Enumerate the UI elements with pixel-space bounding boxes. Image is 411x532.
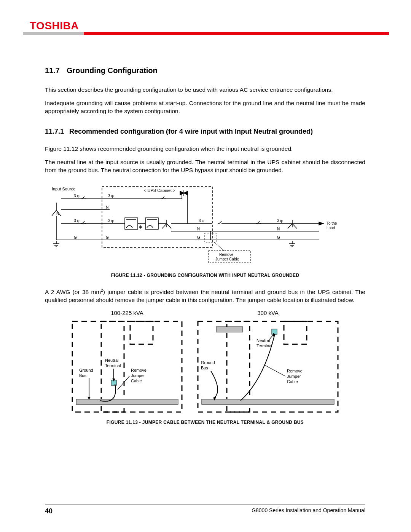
svg-line-36 xyxy=(219,221,221,224)
figure-11-13: 100-225 kVA Ground Bus Neutra xyxy=(45,310,365,416)
label-g: G xyxy=(197,235,200,240)
paragraph: A 2 AWG (or 38 mm2) jumper cable is prov… xyxy=(45,288,365,304)
label-ground-bus: Ground xyxy=(79,368,93,372)
svg-line-20 xyxy=(82,221,84,224)
svg-line-81 xyxy=(264,365,285,376)
svg-rect-73 xyxy=(227,321,250,412)
subsection-title: Recommended configuration (for 4 wire in… xyxy=(69,128,313,135)
page: TOSHIBA 11.7Grounding Configuration This… xyxy=(0,0,411,532)
content-area: 11.7Grounding Configuration This section… xyxy=(45,61,365,435)
label-remove-jumper: Remove xyxy=(131,368,147,372)
svg-line-9 xyxy=(162,197,164,199)
label-remove-jumper: Cable xyxy=(131,379,142,383)
label-input-source: Input Source xyxy=(52,187,75,191)
label-to-load: Load xyxy=(327,226,335,230)
label-300-kva: 300 kVA xyxy=(196,310,340,316)
label-neutral-terminal: Terminal xyxy=(256,343,272,348)
label-remove: Remove xyxy=(219,252,234,257)
label-ground-bus: Ground xyxy=(201,360,215,365)
svg-line-6 xyxy=(82,197,84,199)
svg-line-2 xyxy=(52,210,56,216)
label-neutral-terminal: Terminal xyxy=(105,363,121,368)
label-3phi: 3 φ xyxy=(199,219,204,223)
svg-rect-77 xyxy=(272,329,277,334)
label-n: N xyxy=(197,227,200,231)
svg-marker-12 xyxy=(184,191,188,195)
paragraph: The neutral line at the input source is … xyxy=(45,158,365,174)
jumper-left-svg: Ground Bus Neutral Terminal Remove Jumpe… xyxy=(70,319,184,414)
figure-12-caption: FIGURE 11.12 - GROUNDING CONFIGURATION W… xyxy=(45,273,365,278)
page-footer: 40 G8000 Series Installation and Operati… xyxy=(45,505,365,515)
label-neutral-terminal: Neutral xyxy=(105,358,118,363)
label-to-load: To the xyxy=(327,221,337,225)
label-3phi: 3 φ xyxy=(74,219,80,223)
svg-line-44 xyxy=(288,224,292,228)
svg-rect-0 xyxy=(102,187,212,248)
label-g: G xyxy=(106,235,109,240)
label-n: N xyxy=(277,227,280,231)
label-jumper-cable: Jumper Cable xyxy=(215,257,239,261)
paragraph: Inadequate grounding will cause problems… xyxy=(45,99,365,115)
label-remove-jumper: Remove xyxy=(287,369,303,373)
grounding-schematic-svg: < UPS Cabinet > Input Source xyxy=(45,180,365,267)
subsection-number: 11.7.1 xyxy=(45,128,64,135)
svg-line-71 xyxy=(118,376,129,390)
label-g: G xyxy=(74,235,77,240)
label-3phi: 3 φ xyxy=(277,219,283,223)
label-3phi: 3 φ xyxy=(108,219,114,223)
svg-rect-76 xyxy=(202,399,334,404)
label-remove-jumper: Cable xyxy=(287,379,298,384)
section-heading: 11.7Grounding Configuration xyxy=(45,65,365,75)
page-number: 40 xyxy=(45,507,53,515)
label-3phi: 3 φ xyxy=(108,194,114,198)
svg-rect-65 xyxy=(76,399,178,404)
paragraph: This section describes the grounding con… xyxy=(45,86,365,94)
svg-line-33 xyxy=(167,224,171,228)
label-remove-jumper: Jumper xyxy=(287,374,301,379)
svg-marker-46 xyxy=(319,222,323,225)
brand-logo: TOSHIBA xyxy=(30,20,79,32)
label-ground-bus: Bus xyxy=(79,373,86,378)
jumper-right-svg: Neutral Terminal Ground Bus Remove Jumpe… xyxy=(196,319,340,414)
label-g: G xyxy=(277,235,280,240)
svg-line-61 xyxy=(214,242,224,251)
label-remove-jumper: Jumper xyxy=(131,373,145,378)
svg-line-40 xyxy=(257,221,260,224)
svg-line-45 xyxy=(292,224,297,228)
manual-title: G8000 Series Installation and Operation … xyxy=(252,507,365,515)
figure-11-12: < UPS Cabinet > Input Source xyxy=(45,180,365,269)
label-n: N xyxy=(106,205,108,209)
section-title: Grounding Configuration xyxy=(67,66,158,75)
label-neutral-terminal: Neutral xyxy=(256,338,270,343)
label-ups-cabinet: < UPS Cabinet > xyxy=(144,188,175,193)
svg-rect-74 xyxy=(284,321,307,344)
subsection-heading: 11.7.1Recommended configuration (for 4 w… xyxy=(45,127,365,136)
label-n: N xyxy=(56,211,59,216)
label-ground-bus: Bus xyxy=(201,366,208,370)
svg-rect-75 xyxy=(216,327,243,332)
svg-line-32 xyxy=(162,224,167,228)
label-100-225-kva: 100-225 kVA xyxy=(70,310,184,316)
paragraph: Figure 11.12 shows recommended grounding… xyxy=(45,145,365,153)
header-rule xyxy=(0,32,411,35)
svg-line-78 xyxy=(270,334,274,339)
label-3phi: 3 φ xyxy=(74,194,80,198)
svg-rect-64 xyxy=(130,321,153,344)
section-number: 11.7 xyxy=(45,66,60,75)
figure-13-caption: FIGURE 11.13 - JUMPER CABLE BETWEEN THE … xyxy=(45,420,365,425)
